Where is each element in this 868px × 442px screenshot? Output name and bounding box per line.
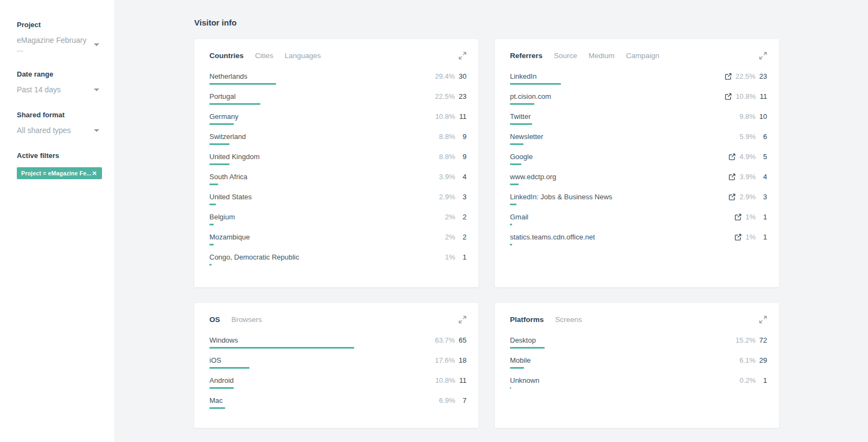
tab-referrers[interactable]: Referrers bbox=[510, 52, 542, 60]
list-item: iOS 17.6% 18 bbox=[209, 356, 467, 376]
list-item: www.edctp.org 3.9% 4 bbox=[510, 173, 767, 193]
sidebar-filter-section: Date range Past 14 days bbox=[17, 70, 99, 94]
filter-dropdown-value: All shared types bbox=[17, 126, 71, 135]
item-percent: 6.1% bbox=[739, 356, 756, 364]
close-icon[interactable]: ✕ bbox=[92, 171, 97, 176]
item-bar bbox=[510, 244, 512, 245]
item-bar bbox=[209, 244, 214, 245]
item-bar-track bbox=[209, 224, 437, 225]
list-item: United Kingdom 8.8% 9 bbox=[209, 153, 467, 173]
list-item: Newsletter 5.9% 6 bbox=[510, 132, 767, 153]
item-label: Google bbox=[510, 153, 533, 161]
list-item: Gmail 1% 1 bbox=[510, 213, 767, 233]
item-percent: 0.2% bbox=[739, 376, 756, 384]
sidebar-sections: Project eMagazine February ... Date rang… bbox=[17, 21, 99, 135]
tab-source[interactable]: Source bbox=[554, 52, 577, 60]
external-link-icon[interactable] bbox=[729, 193, 736, 200]
expand-icon[interactable] bbox=[759, 52, 767, 60]
item-percent: 17.6% bbox=[435, 356, 455, 364]
list-item: statics.teams.cdn.office.net 1% 1 bbox=[510, 233, 767, 253]
tab-campaign[interactable]: Campaign bbox=[626, 52, 660, 60]
item-label: Mac bbox=[209, 396, 223, 405]
active-filters-section: Active filters Project = eMagazine Fe...… bbox=[17, 151, 99, 179]
list-item: Belgium 2% 2 bbox=[209, 213, 467, 233]
item-count: 1 bbox=[459, 253, 467, 261]
item-percent: 2.9% bbox=[439, 193, 455, 201]
list-item: South Africa 3.9% 4 bbox=[209, 173, 467, 193]
page-title: Visitor info bbox=[194, 18, 868, 27]
filter-dropdown-date-range[interactable]: Past 14 days bbox=[17, 85, 99, 94]
item-percent: 10.8% bbox=[736, 92, 756, 100]
tab-medium[interactable]: Medium bbox=[589, 52, 615, 60]
item-percent: 1% bbox=[745, 233, 756, 241]
card-rows: Windows 63.7% 65 iOS 17.6% 18 Android bbox=[209, 336, 467, 416]
cards-grid: CountriesCitiesLanguages Netherlands 29.… bbox=[194, 39, 868, 428]
external-link-icon[interactable] bbox=[735, 213, 742, 220]
item-label: Android bbox=[209, 376, 234, 384]
filters-sidebar: Project eMagazine February ... Date rang… bbox=[0, 0, 115, 442]
external-link-icon[interactable] bbox=[735, 233, 742, 241]
item-percent: 6.9% bbox=[439, 396, 455, 405]
item-label: Unknown bbox=[510, 376, 539, 384]
item-count: 2 bbox=[459, 233, 467, 241]
item-bar-track bbox=[510, 367, 737, 369]
item-bar bbox=[209, 264, 212, 266]
expand-icon[interactable] bbox=[458, 315, 467, 324]
item-percent: 4.9% bbox=[739, 153, 756, 161]
expand-icon[interactable] bbox=[759, 315, 767, 324]
tab-screens[interactable]: Screens bbox=[555, 315, 582, 324]
list-item: Android 10.8% 11 bbox=[209, 376, 467, 396]
external-link-icon[interactable] bbox=[725, 93, 732, 100]
item-label: Newsletter bbox=[510, 132, 543, 141]
item-bar bbox=[510, 83, 561, 85]
active-filter-chip[interactable]: Project = eMagazine Fe... ✕ bbox=[17, 167, 102, 179]
item-count: 3 bbox=[760, 193, 767, 201]
item-percent: 8.8% bbox=[439, 153, 455, 161]
filter-dropdown-project[interactable]: eMagazine February ... bbox=[17, 36, 99, 53]
tab-browsers[interactable]: Browsers bbox=[232, 315, 262, 324]
list-item: United States 2.9% 3 bbox=[209, 193, 467, 213]
tab-os[interactable]: OS bbox=[209, 315, 220, 324]
item-bar bbox=[510, 204, 516, 205]
item-count: 2 bbox=[459, 213, 467, 221]
card-header: ReferrersSourceMediumCampaign bbox=[510, 52, 767, 60]
list-item: Windows 63.7% 65 bbox=[209, 336, 467, 356]
item-bar bbox=[510, 103, 534, 105]
item-bar bbox=[209, 347, 354, 349]
card-tabs: CountriesCitiesLanguages bbox=[209, 52, 321, 60]
item-percent: 29.4% bbox=[435, 72, 455, 80]
list-item: Mozambique 2% 2 bbox=[209, 233, 467, 253]
card-rows: Netherlands 29.4% 30 Portugal 22.5% 23 G… bbox=[209, 72, 467, 273]
item-label: Desktop bbox=[510, 336, 536, 344]
item-bar-track bbox=[510, 143, 737, 145]
item-percent: 2% bbox=[445, 233, 455, 241]
list-item: LinkedIn: Jobs & Business News 2.9% 3 bbox=[510, 193, 767, 213]
filter-dropdown-shared-format[interactable]: All shared types bbox=[17, 126, 99, 135]
item-count: 65 bbox=[459, 336, 467, 344]
tab-countries[interactable]: Countries bbox=[209, 52, 244, 60]
tab-platforms[interactable]: Platforms bbox=[510, 315, 544, 324]
list-item: pt.cision.com 10.8% 11 bbox=[510, 92, 767, 112]
item-bar-track bbox=[510, 347, 737, 349]
item-count: 72 bbox=[760, 336, 767, 344]
item-bar bbox=[510, 387, 511, 389]
item-bar bbox=[209, 184, 218, 185]
external-link-icon[interactable] bbox=[729, 153, 736, 160]
item-label: pt.cision.com bbox=[510, 92, 551, 100]
item-bar bbox=[209, 83, 276, 85]
item-percent: 22.5% bbox=[435, 92, 455, 100]
tab-cities[interactable]: Cities bbox=[255, 52, 273, 60]
list-item: Germany 10.8% 11 bbox=[209, 112, 467, 132]
chevron-down-icon bbox=[94, 129, 99, 132]
external-link-icon[interactable] bbox=[729, 173, 736, 180]
item-count: 11 bbox=[459, 112, 467, 121]
tab-languages[interactable]: Languages bbox=[285, 52, 321, 60]
external-link-icon[interactable] bbox=[725, 73, 732, 80]
card-traffic-referrers: ReferrersSourceMediumCampaign LinkedIn 2… bbox=[495, 39, 779, 287]
active-filters-label: Active filters bbox=[17, 151, 99, 160]
item-bar-track bbox=[209, 347, 437, 349]
expand-icon[interactable] bbox=[458, 52, 467, 60]
item-label: www.edctp.org bbox=[510, 173, 556, 181]
item-label: Windows bbox=[209, 336, 238, 344]
item-bar-track bbox=[510, 244, 737, 245]
